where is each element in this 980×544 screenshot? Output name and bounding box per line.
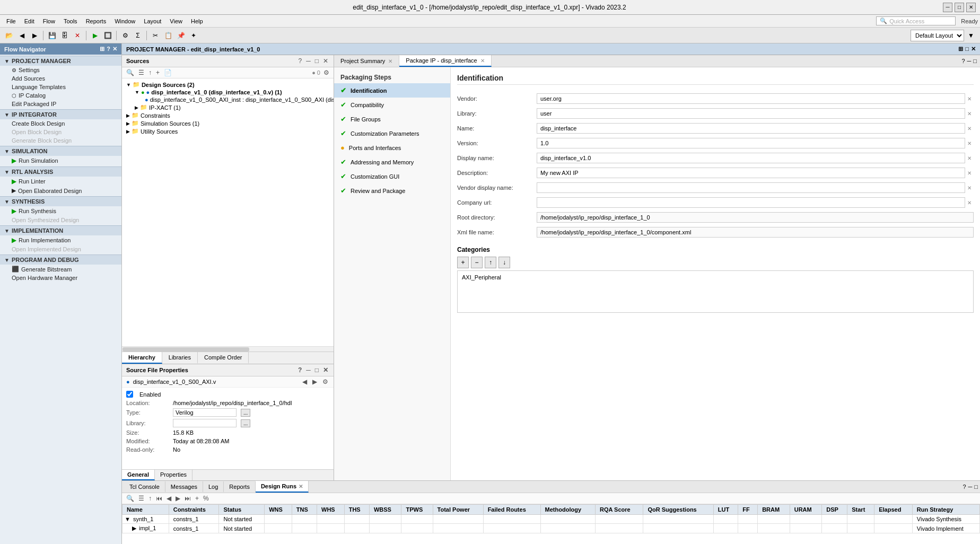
nav-item-open-hardware-manager[interactable]: Open Hardware Manager: [0, 274, 121, 282]
cat-add-btn[interactable]: +: [457, 257, 469, 268]
description-clear-btn[interactable]: ✕: [965, 169, 974, 177]
right-panel-min-btn[interactable]: ─: [967, 58, 972, 64]
flow-nav-close-btn[interactable]: ✕: [112, 46, 117, 52]
nav-item-language-templates[interactable]: Language Templates: [0, 83, 121, 91]
pkg-step-file-groups[interactable]: ✔ File Groups: [334, 112, 450, 126]
toolbar-run-btn[interactable]: ▶: [89, 30, 101, 41]
bottom-up-btn[interactable]: ↑: [147, 495, 153, 502]
ip-xact-arrow[interactable]: ▶: [135, 105, 138, 110]
main-file-arrow[interactable]: ▼: [135, 90, 139, 95]
sfp-type-input[interactable]: [173, 408, 237, 417]
nav-item-ip-catalog[interactable]: ⬡ IP Catalog: [0, 91, 121, 100]
sfp-type-browse-btn[interactable]: ...: [241, 409, 250, 417]
bottom-panel-min-btn[interactable]: ─: [968, 484, 973, 490]
vendor-clear-btn[interactable]: ✕: [965, 94, 974, 103]
bottom-tab-messages[interactable]: Messages: [165, 481, 203, 492]
bottom-filter-btn[interactable]: ☰: [137, 495, 145, 502]
pm-restore-btn[interactable]: □: [965, 46, 969, 52]
sfp-enabled-checkbox[interactable]: [126, 391, 133, 398]
pkg-step-ports-interfaces[interactable]: ● Ports and Interfaces: [334, 141, 450, 155]
bottom-tab-design-runs-close[interactable]: ✕: [299, 484, 303, 489]
vendor-display-clear-btn[interactable]: ✕: [965, 183, 974, 192]
sources-filter-btn[interactable]: ☰: [137, 69, 145, 76]
cat-item-axi-peripheral[interactable]: AXI_Peripheral: [460, 273, 971, 282]
sources-add-btn[interactable]: +: [155, 69, 161, 76]
sources-help-btn[interactable]: ?: [298, 57, 303, 65]
minimize-button[interactable]: ─: [943, 3, 952, 12]
bottom-tab-tcl-console[interactable]: Tcl Console: [124, 481, 165, 492]
tree-main-file[interactable]: ▼ ● ● disp_interface_v1_0 (disp_interfac…: [124, 89, 331, 96]
cat-down-btn[interactable]: ↓: [498, 257, 510, 268]
toolbar-open-btn[interactable]: 📂: [3, 30, 15, 41]
layout-select[interactable]: Default Layout: [911, 30, 964, 41]
pkg-step-identification[interactable]: ✔ Identification: [334, 83, 450, 98]
name-input[interactable]: [537, 123, 965, 134]
sources-up-btn[interactable]: ↑: [147, 69, 153, 76]
tree-child-file[interactable]: ● disp_interface_v1_0_S00_AXI_inst : dis…: [124, 96, 331, 103]
table-row-impl[interactable]: ▶ impl_1 constrs_1 Not started Vivado: [122, 524, 980, 533]
nav-item-generate-bitstream[interactable]: ⬛ Generate Bitstream: [0, 265, 121, 274]
display-name-input[interactable]: [537, 153, 965, 163]
toolbar-paste-btn[interactable]: 📌: [175, 30, 187, 41]
toolbar-save-btn[interactable]: 💾: [46, 30, 58, 41]
sources-search-btn[interactable]: 🔍: [125, 69, 135, 76]
nav-section-simulation-header[interactable]: ▼ SIMULATION: [0, 146, 121, 156]
nav-item-add-sources[interactable]: Add Sources: [0, 74, 121, 83]
name-clear-btn[interactable]: ✕: [965, 124, 974, 133]
menu-file[interactable]: File: [2, 17, 20, 25]
sim-sources-arrow[interactable]: ▶: [126, 121, 130, 126]
bottom-percent-btn[interactable]: %: [202, 495, 210, 502]
toolbar-sigma-btn[interactable]: Σ: [132, 30, 144, 41]
bottom-tab-reports[interactable]: Reports: [224, 481, 256, 492]
bottom-tab-log[interactable]: Log: [203, 481, 224, 492]
bottom-prev-btn[interactable]: ◀: [165, 495, 172, 502]
bottom-next-btn[interactable]: ▶: [174, 495, 181, 502]
nav-item-create-block-design[interactable]: Create Block Design: [0, 119, 121, 128]
pkg-step-compatibility[interactable]: ✔ Compatibility: [334, 98, 450, 112]
flow-nav-help-btn[interactable]: ?: [107, 46, 110, 52]
nav-section-ip-integrator-header[interactable]: ▼ IP INTEGRATOR: [0, 109, 121, 119]
sources-restore-btn[interactable]: □: [314, 57, 320, 65]
version-input[interactable]: [537, 138, 965, 148]
sources-gear-btn[interactable]: ⚙: [322, 69, 330, 76]
design-sources-arrow[interactable]: ▼: [126, 82, 131, 87]
pm-close-btn[interactable]: ✕: [971, 46, 976, 52]
sfp-tab-general[interactable]: General: [122, 470, 155, 480]
flow-nav-pin-btn[interactable]: ⊞: [100, 46, 104, 52]
bottom-panel-help-btn[interactable]: ?: [962, 484, 966, 490]
sfp-library-browse-btn[interactable]: ...: [241, 419, 250, 427]
util-sources-arrow[interactable]: ▶: [126, 129, 130, 134]
company-url-input[interactable]: [537, 197, 965, 208]
description-input[interactable]: [537, 168, 965, 178]
sources-file-btn[interactable]: 📄: [163, 69, 173, 76]
menu-view[interactable]: View: [165, 17, 187, 25]
bottom-first-btn[interactable]: ⏮: [155, 495, 163, 502]
toolbar-save-all-btn[interactable]: 🗄: [59, 30, 71, 41]
sfp-prev-btn[interactable]: ◀: [301, 378, 308, 385]
nav-item-open-elaborated[interactable]: ▶ Open Elaborated Design: [0, 186, 121, 195]
bottom-tab-design-runs[interactable]: Design Runs ✕: [256, 481, 309, 493]
toolbar-forward-btn[interactable]: ▶: [29, 30, 40, 41]
sfp-min-btn[interactable]: ─: [305, 366, 312, 374]
menu-tools[interactable]: Tools: [59, 17, 82, 25]
version-clear-btn[interactable]: ✕: [965, 139, 974, 147]
vendor-input[interactable]: [537, 93, 965, 104]
nav-item-run-synthesis[interactable]: ▶ Run Synthesis: [0, 206, 121, 216]
bottom-last-btn[interactable]: ⏭: [183, 495, 192, 502]
sources-tab-hierarchy[interactable]: Hierarchy: [122, 352, 162, 364]
pkg-step-review-package[interactable]: ✔ Review and Package: [334, 183, 450, 198]
sources-minimize-btn[interactable]: ─: [305, 57, 312, 65]
cat-remove-btn[interactable]: −: [471, 257, 483, 268]
toolbar-cut-btn[interactable]: ✂: [150, 30, 161, 41]
nav-section-project-manager-header[interactable]: ▼ PROJECT MANAGER: [0, 56, 121, 66]
maximize-button[interactable]: □: [955, 3, 964, 12]
bottom-add-btn[interactable]: +: [194, 495, 200, 502]
company-url-clear-btn[interactable]: ✕: [965, 198, 974, 207]
synth-expand-btn[interactable]: ▼: [125, 516, 130, 522]
nav-item-run-linter[interactable]: ▶ Run Linter: [0, 177, 121, 186]
tree-ip-xact[interactable]: ▶ 📁 IP-XACT (1): [124, 103, 331, 111]
menu-flow[interactable]: Flow: [39, 17, 59, 25]
right-panel-help-btn[interactable]: ?: [961, 58, 965, 64]
menu-reports[interactable]: Reports: [82, 17, 111, 25]
sfp-library-input[interactable]: [173, 419, 237, 427]
